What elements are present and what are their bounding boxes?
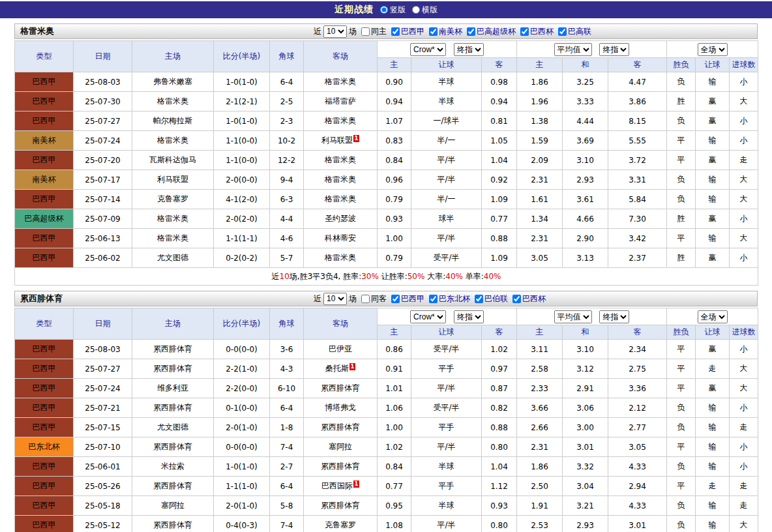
corners: 2-7 [270,457,304,477]
odds-away: 0.80 [482,437,517,457]
home-team: 累西腓体育 [132,359,214,379]
layout-vertical-radio-input[interactable] [380,6,388,14]
recent-count-select[interactable]: 10 [323,25,347,38]
match-date: 25-07-27 [74,111,132,131]
league-checkbox[interactable] [512,295,521,303]
home-team: 帕尔梅拉斯 [132,111,214,131]
odds-handicap: 半球 [411,72,482,92]
score: 2-2(1-0) [214,359,270,379]
avg-home: 2.33 [517,379,563,398]
league-cell: 巴西甲 [15,92,74,111]
odds-home: 1.08 [378,516,411,532]
col-date: 日期 [74,41,132,72]
league-checkbox[interactable] [391,27,400,36]
league-filter[interactable]: 巴西杯 [512,293,546,304]
score: 1-1(0-0) [214,131,270,151]
home-team: 弗鲁米嫩塞 [132,72,214,92]
odds-time-select[interactable]: 终指 [454,43,484,56]
match-date: 25-06-01 [74,457,132,477]
result-handicap: 输 [696,437,730,457]
league-checkbox[interactable] [429,27,438,36]
odds-source-select[interactable]: Crow* [410,310,446,323]
avg-home: 1.38 [517,111,563,131]
odds-select-cell: Crow* 终指 [378,308,517,325]
odds-handicap: 平/半 [411,151,482,170]
same-venue-checkbox[interactable] [361,295,370,303]
odds-handicap: 半球 [411,457,482,477]
league-label: 巴东北杯 [439,293,470,304]
league-checkbox[interactable] [429,295,438,303]
league-checkbox[interactable] [391,295,400,303]
same-venue-checkbox[interactable] [361,27,370,36]
score: 0-0(0-0) [214,340,270,359]
league-filter[interactable]: 巴高超级杯 [467,26,516,37]
avg-draw: 2.93 [563,170,608,190]
match-row: 巴西甲 25-07-27 累西腓体育 2-2(1-0) 4-3 桑托斯1 0.9… [15,359,758,379]
corners: 4-4 [270,209,304,229]
away-team: 福塔雷萨 [304,92,378,111]
away-team: 累西腓体育 [304,418,378,437]
corners: 2-3 [270,111,304,131]
avg-home: 2.31 [517,170,563,190]
odds-source-select[interactable]: Crow* [410,43,446,56]
layout-horizontal-radio[interactable]: 横版 [412,5,438,16]
avg-draw: 3.21 [563,496,608,516]
league-label: 巴高联 [568,26,591,37]
same-venue-filter[interactable]: 同主 [361,26,387,37]
odds-time-select[interactable]: 终指 [454,310,484,323]
odds-home: 0.93 [378,209,411,229]
avg-home: 2.09 [517,151,563,170]
avg-home: 1.86 [517,457,563,477]
avg-source-select[interactable]: 平均值 [554,43,592,56]
col-handicap: 让球 [411,58,482,72]
score: 1-1(1-0) [214,477,270,496]
league-checkbox[interactable] [467,27,475,36]
home-team: 尤文图德 [132,418,214,437]
league-cell: 巴西甲 [15,72,74,92]
recent-count-select[interactable]: 10 [323,293,347,305]
avg-time-select[interactable]: 终指 [599,310,629,323]
result-wdl: 负 [667,111,696,131]
league-filter[interactable]: 巴高联 [558,26,591,37]
league-filter[interactable]: 巴伯联 [475,293,508,304]
same-venue-filter[interactable]: 同客 [361,293,387,304]
odds-home: 0.91 [378,359,411,379]
result-goals: 小 [730,340,758,359]
result-wdl: 负 [667,457,696,477]
odds-home: 0.96 [378,170,411,190]
odds-select-cell: Crow* 终指 [378,41,517,58]
avg-draw: 3.61 [563,190,608,209]
league-checkbox[interactable] [475,295,483,303]
odds-handicap: 平/半 [411,170,482,190]
league-cell: 巴西甲 [15,111,74,131]
team-name: 累西腓体育 [15,293,314,304]
league-filter[interactable]: 巴西甲 [391,26,424,37]
match-date: 25-07-15 [74,418,132,437]
away-team: 累西腓体育 [304,379,378,398]
league-checkbox[interactable] [520,27,529,36]
result-wdl: 胜 [667,92,696,111]
result-wdl: 胜 [667,209,696,229]
avg-time-select[interactable]: 终指 [599,43,629,56]
col-away: 客场 [304,308,378,340]
league-cell: 巴西甲 [15,398,74,418]
away-team: 格雷米奥 [304,248,378,268]
league-checkbox[interactable] [558,27,567,36]
result-wdl: 平 [667,131,696,151]
league-cell: 巴西甲 [15,418,74,437]
layout-vertical-radio[interactable]: 竖版 [380,5,406,16]
scope-select[interactable]: 全场 [698,310,728,323]
league-filter[interactable]: 巴西甲 [391,293,424,304]
avg-source-select[interactable]: 平均值 [554,310,592,323]
odds-home: 0.79 [378,248,411,268]
league-filter[interactable]: 南美杯 [429,26,462,37]
league-filter[interactable]: 巴东北杯 [429,293,470,304]
match-row: 巴西甲 25-06-13 格雷米奥 1-1(1-1) 4-6 科林蒂安 1.00… [15,229,758,248]
avg-draw: 2.93 [563,516,608,532]
col-avg-draw: 和 [563,325,608,340]
scope-select[interactable]: 全场 [698,43,728,56]
corners: 6-4 [270,72,304,92]
league-filter[interactable]: 巴西杯 [520,26,554,37]
avg-away: 3.01 [608,516,667,532]
layout-horizontal-radio-input[interactable] [412,6,420,14]
